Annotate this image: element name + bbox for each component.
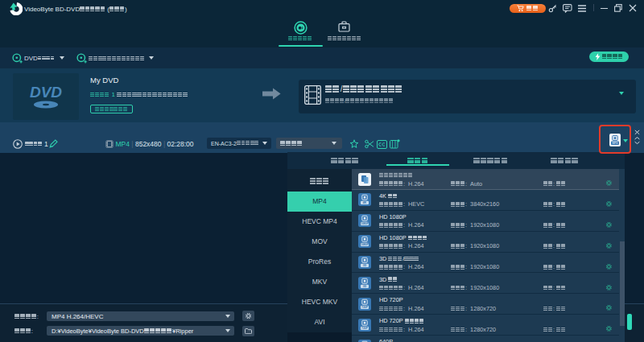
svg-text:4K: 4K xyxy=(363,202,367,205)
svg-text:DVD: DVD xyxy=(30,84,62,101)
svg-text:720P: 720P xyxy=(361,306,369,309)
svg-text:1080P: 1080P xyxy=(361,243,369,246)
svg-text:1080P: 1080P xyxy=(361,222,369,225)
svg-text:3D: 3D xyxy=(363,264,367,267)
svg-text:720P: 720P xyxy=(361,327,369,330)
svg-text:3D: 3D xyxy=(363,285,367,288)
